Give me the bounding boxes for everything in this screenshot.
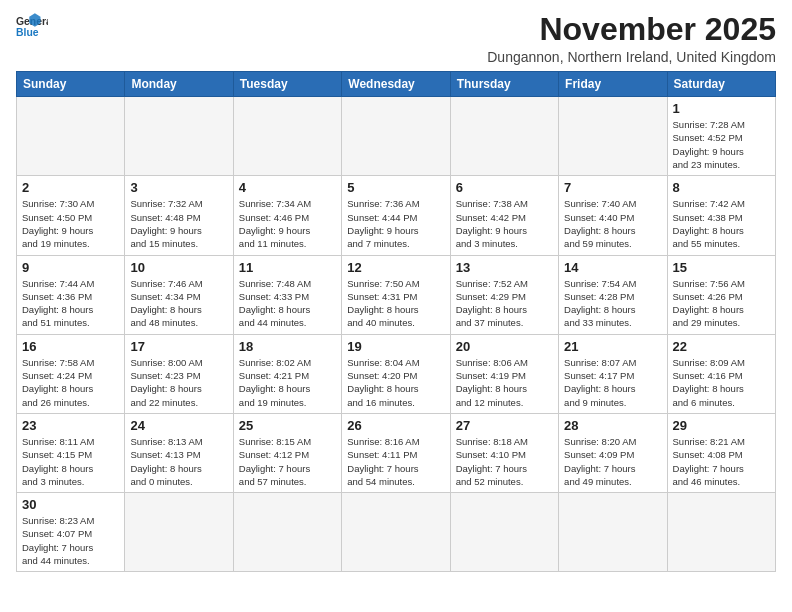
month-title: November 2025 (487, 12, 776, 47)
day-number: 9 (22, 260, 119, 275)
day-info: Sunrise: 8:21 AM Sunset: 4:08 PM Dayligh… (673, 435, 770, 488)
cell-3-5: 21Sunrise: 8:07 AM Sunset: 4:17 PM Dayli… (559, 334, 667, 413)
day-info: Sunrise: 8:20 AM Sunset: 4:09 PM Dayligh… (564, 435, 661, 488)
day-number: 14 (564, 260, 661, 275)
day-number: 3 (130, 180, 227, 195)
day-number: 12 (347, 260, 444, 275)
day-number: 30 (22, 497, 119, 512)
day-number: 10 (130, 260, 227, 275)
header-row: Sunday Monday Tuesday Wednesday Thursday… (17, 72, 776, 97)
logo: General Blue (16, 12, 48, 44)
day-info: Sunrise: 8:04 AM Sunset: 4:20 PM Dayligh… (347, 356, 444, 409)
day-number: 5 (347, 180, 444, 195)
cell-5-0: 30Sunrise: 8:23 AM Sunset: 4:07 PM Dayli… (17, 493, 125, 572)
page: General Blue November 2025 Dungannon, No… (0, 0, 792, 584)
day-number: 8 (673, 180, 770, 195)
cell-2-5: 14Sunrise: 7:54 AM Sunset: 4:28 PM Dayli… (559, 255, 667, 334)
cell-2-1: 10Sunrise: 7:46 AM Sunset: 4:34 PM Dayli… (125, 255, 233, 334)
week-row-1: 2Sunrise: 7:30 AM Sunset: 4:50 PM Daylig… (17, 176, 776, 255)
col-saturday: Saturday (667, 72, 775, 97)
col-wednesday: Wednesday (342, 72, 450, 97)
col-tuesday: Tuesday (233, 72, 341, 97)
day-info: Sunrise: 7:48 AM Sunset: 4:33 PM Dayligh… (239, 277, 336, 330)
cell-5-4 (450, 493, 558, 572)
day-info: Sunrise: 7:52 AM Sunset: 4:29 PM Dayligh… (456, 277, 553, 330)
cell-5-1 (125, 493, 233, 572)
cell-3-0: 16Sunrise: 7:58 AM Sunset: 4:24 PM Dayli… (17, 334, 125, 413)
day-info: Sunrise: 7:36 AM Sunset: 4:44 PM Dayligh… (347, 197, 444, 250)
day-number: 26 (347, 418, 444, 433)
cell-4-1: 24Sunrise: 8:13 AM Sunset: 4:13 PM Dayli… (125, 413, 233, 492)
cell-0-6: 1Sunrise: 7:28 AM Sunset: 4:52 PM Daylig… (667, 97, 775, 176)
svg-text:Blue: Blue (16, 27, 39, 38)
week-row-2: 9Sunrise: 7:44 AM Sunset: 4:36 PM Daylig… (17, 255, 776, 334)
day-info: Sunrise: 7:50 AM Sunset: 4:31 PM Dayligh… (347, 277, 444, 330)
day-info: Sunrise: 7:38 AM Sunset: 4:42 PM Dayligh… (456, 197, 553, 250)
day-number: 1 (673, 101, 770, 116)
cell-1-5: 7Sunrise: 7:40 AM Sunset: 4:40 PM Daylig… (559, 176, 667, 255)
day-info: Sunrise: 8:13 AM Sunset: 4:13 PM Dayligh… (130, 435, 227, 488)
cell-5-3 (342, 493, 450, 572)
day-info: Sunrise: 8:07 AM Sunset: 4:17 PM Dayligh… (564, 356, 661, 409)
day-number: 11 (239, 260, 336, 275)
day-number: 23 (22, 418, 119, 433)
cell-2-6: 15Sunrise: 7:56 AM Sunset: 4:26 PM Dayli… (667, 255, 775, 334)
week-row-3: 16Sunrise: 7:58 AM Sunset: 4:24 PM Dayli… (17, 334, 776, 413)
day-info: Sunrise: 8:18 AM Sunset: 4:10 PM Dayligh… (456, 435, 553, 488)
cell-4-0: 23Sunrise: 8:11 AM Sunset: 4:15 PM Dayli… (17, 413, 125, 492)
cell-2-3: 12Sunrise: 7:50 AM Sunset: 4:31 PM Dayli… (342, 255, 450, 334)
cell-1-0: 2Sunrise: 7:30 AM Sunset: 4:50 PM Daylig… (17, 176, 125, 255)
title-area: November 2025 Dungannon, Northern Irelan… (487, 12, 776, 65)
logo-icon: General Blue (16, 12, 48, 44)
calendar-table: Sunday Monday Tuesday Wednesday Thursday… (16, 71, 776, 572)
day-number: 2 (22, 180, 119, 195)
cell-0-0 (17, 97, 125, 176)
cell-4-2: 25Sunrise: 8:15 AM Sunset: 4:12 PM Dayli… (233, 413, 341, 492)
day-info: Sunrise: 8:06 AM Sunset: 4:19 PM Dayligh… (456, 356, 553, 409)
week-row-4: 23Sunrise: 8:11 AM Sunset: 4:15 PM Dayli… (17, 413, 776, 492)
day-info: Sunrise: 8:16 AM Sunset: 4:11 PM Dayligh… (347, 435, 444, 488)
day-number: 20 (456, 339, 553, 354)
day-info: Sunrise: 7:42 AM Sunset: 4:38 PM Dayligh… (673, 197, 770, 250)
cell-1-1: 3Sunrise: 7:32 AM Sunset: 4:48 PM Daylig… (125, 176, 233, 255)
day-info: Sunrise: 7:28 AM Sunset: 4:52 PM Dayligh… (673, 118, 770, 171)
day-number: 17 (130, 339, 227, 354)
day-number: 27 (456, 418, 553, 433)
day-number: 16 (22, 339, 119, 354)
day-info: Sunrise: 7:56 AM Sunset: 4:26 PM Dayligh… (673, 277, 770, 330)
col-friday: Friday (559, 72, 667, 97)
day-info: Sunrise: 8:09 AM Sunset: 4:16 PM Dayligh… (673, 356, 770, 409)
header: General Blue November 2025 Dungannon, No… (16, 12, 776, 65)
col-monday: Monday (125, 72, 233, 97)
col-thursday: Thursday (450, 72, 558, 97)
cell-3-1: 17Sunrise: 8:00 AM Sunset: 4:23 PM Dayli… (125, 334, 233, 413)
day-info: Sunrise: 8:11 AM Sunset: 4:15 PM Dayligh… (22, 435, 119, 488)
cell-2-0: 9Sunrise: 7:44 AM Sunset: 4:36 PM Daylig… (17, 255, 125, 334)
day-number: 24 (130, 418, 227, 433)
cell-4-3: 26Sunrise: 8:16 AM Sunset: 4:11 PM Dayli… (342, 413, 450, 492)
cell-1-4: 6Sunrise: 7:38 AM Sunset: 4:42 PM Daylig… (450, 176, 558, 255)
day-info: Sunrise: 8:15 AM Sunset: 4:12 PM Dayligh… (239, 435, 336, 488)
cell-0-2 (233, 97, 341, 176)
day-number: 21 (564, 339, 661, 354)
cell-4-4: 27Sunrise: 8:18 AM Sunset: 4:10 PM Dayli… (450, 413, 558, 492)
day-number: 28 (564, 418, 661, 433)
subtitle: Dungannon, Northern Ireland, United King… (487, 49, 776, 65)
day-info: Sunrise: 7:30 AM Sunset: 4:50 PM Dayligh… (22, 197, 119, 250)
day-number: 22 (673, 339, 770, 354)
cell-2-4: 13Sunrise: 7:52 AM Sunset: 4:29 PM Dayli… (450, 255, 558, 334)
cell-5-5 (559, 493, 667, 572)
day-number: 29 (673, 418, 770, 433)
cell-0-5 (559, 97, 667, 176)
day-info: Sunrise: 7:58 AM Sunset: 4:24 PM Dayligh… (22, 356, 119, 409)
day-number: 13 (456, 260, 553, 275)
day-number: 18 (239, 339, 336, 354)
day-info: Sunrise: 7:32 AM Sunset: 4:48 PM Dayligh… (130, 197, 227, 250)
cell-5-6 (667, 493, 775, 572)
cell-3-2: 18Sunrise: 8:02 AM Sunset: 4:21 PM Dayli… (233, 334, 341, 413)
cell-5-2 (233, 493, 341, 572)
day-number: 25 (239, 418, 336, 433)
day-info: Sunrise: 7:34 AM Sunset: 4:46 PM Dayligh… (239, 197, 336, 250)
cell-1-2: 4Sunrise: 7:34 AM Sunset: 4:46 PM Daylig… (233, 176, 341, 255)
cell-4-5: 28Sunrise: 8:20 AM Sunset: 4:09 PM Dayli… (559, 413, 667, 492)
